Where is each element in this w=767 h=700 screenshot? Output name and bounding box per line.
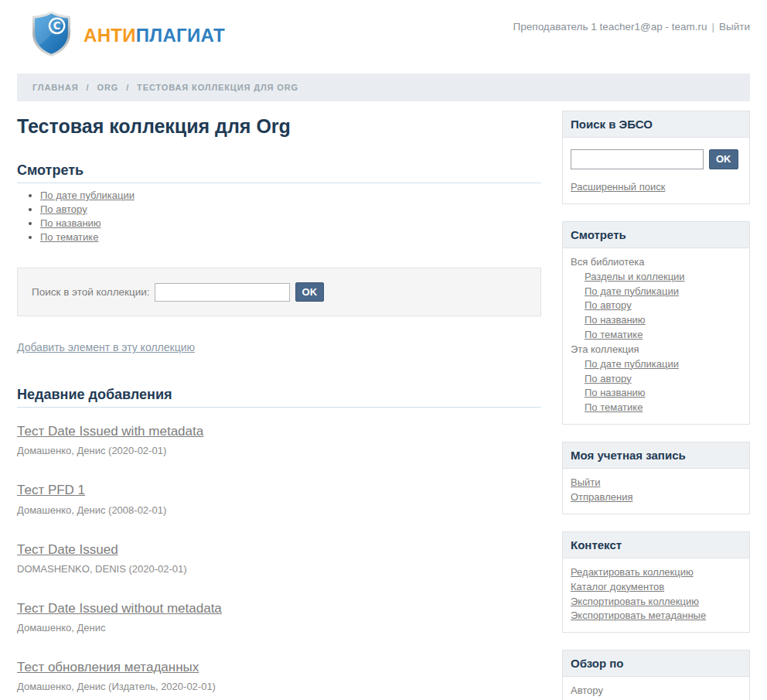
item-meta: Домашенко, Денис (2020-02-01) xyxy=(17,445,541,456)
browse-by-subject-link[interactable]: По тематике xyxy=(40,231,98,243)
sidebar-context-panel: Контекст Редактировать коллекцию Каталог… xyxy=(562,531,750,633)
collection-search-box: Поиск в этой коллекции: OK xyxy=(17,268,541,317)
brand-name: АНТИПЛАГИАТ xyxy=(84,25,225,46)
context-panel-body: Редактировать коллекцию Каталог документ… xyxy=(563,558,749,632)
sidebar-collection-by-title-link[interactable]: По названию xyxy=(585,386,741,401)
logout-link[interactable]: Выйти xyxy=(719,21,750,32)
account-panel-body: Выйти Отправления xyxy=(563,469,749,514)
item-meta: DOMASHENKO, DENIS (2020-02-01) xyxy=(17,563,541,575)
list-item: Тест Date Issued without metadata Домаше… xyxy=(17,600,541,633)
breadcrumb-separator: / xyxy=(126,83,129,92)
export-collection-link[interactable]: Экспортировать коллекцию xyxy=(571,595,741,610)
item-meta: Домашенко, Денис xyxy=(17,622,541,633)
sidebar-collection-by-date-link[interactable]: По дате публикации xyxy=(585,357,741,372)
breadcrumb-current: ТЕСТОВАЯ КОЛЛЕКЦИЯ ДЛЯ ORG xyxy=(137,83,298,92)
context-panel-heading: Контекст xyxy=(563,532,749,558)
list-item: Тест Date Issued with metadata Домашенко… xyxy=(17,423,541,456)
sidebar-library-by-title-link[interactable]: По названию xyxy=(585,313,741,328)
list-item: По тематике xyxy=(40,230,541,244)
shield-copyright-icon: C xyxy=(31,10,72,60)
item-mapper-link[interactable]: Каталог документов xyxy=(571,580,741,595)
user-info: Преподаватель 1 teacher1@ap - team.ru|Вы… xyxy=(513,21,750,32)
sidebar-search-input[interactable] xyxy=(571,149,704,169)
sidebar-library-by-author-link[interactable]: По автору xyxy=(585,299,741,313)
item-title-link[interactable]: Тест PFD 1 xyxy=(17,483,85,497)
sidebar-search-panel: Поиск в ЭБСО OK Расширенный поиск xyxy=(562,111,750,204)
browse-section: Смотреть По дате публикации По автору По… xyxy=(17,162,541,244)
brand-part-anti: АНТИ xyxy=(84,25,136,46)
item-title-link[interactable]: Тест Date Issued without metadata xyxy=(17,601,222,616)
discover-panel-body: Автору Домашенко, Денис (4) DOMASHENKO, … xyxy=(563,677,749,700)
advanced-search-link[interactable]: Расширенный поиск xyxy=(571,180,665,195)
item-meta: Домашенко, Денис (Издатель, 2020-02-01) xyxy=(17,681,541,692)
brand-part-plagiat: ПЛАГИАТ xyxy=(136,25,225,46)
sidebar-browse-body: Вся библиотека Разделы и коллекции По да… xyxy=(563,248,749,424)
browse-by-date-link[interactable]: По дате публикации xyxy=(40,190,135,201)
svg-text:C: C xyxy=(53,20,61,32)
browse-group-links: Разделы и коллекции По дате публикации П… xyxy=(571,270,741,343)
browse-group-links: По дате публикации По автору По названию… xyxy=(571,357,741,415)
account-logout-link[interactable]: Выйти xyxy=(571,476,741,490)
sidebar: Поиск в ЭБСО OK Расширенный поиск Смотре… xyxy=(562,111,750,700)
edit-collection-link[interactable]: Редактировать коллекцию xyxy=(571,565,741,580)
list-item: По названию xyxy=(40,217,541,230)
browse-by-author-link[interactable]: По автору xyxy=(40,203,87,215)
discover-panel-heading: Обзор по xyxy=(563,650,749,677)
list-item: Тест PFD 1 Домашенко, Денис (2008-02-01) xyxy=(17,482,541,515)
add-item-link[interactable]: Добавить элемент в эту коллекцию xyxy=(17,341,195,353)
export-metadata-link[interactable]: Экспортировать метаданные xyxy=(571,609,741,623)
antiplagiat-logo[interactable]: C АНТИПЛАГИАТ xyxy=(31,10,225,60)
browse-list: По дате публикации По автору По названию… xyxy=(17,189,541,244)
breadcrumb-home[interactable]: ГЛАВНАЯ xyxy=(32,83,79,92)
list-item: Тест Date Issued DOMASHENKO, DENIS (2020… xyxy=(17,541,541,575)
item-title-link[interactable]: Тест Date Issued with metadata xyxy=(17,424,203,439)
account-panel-heading: Моя учетная запись xyxy=(563,442,749,469)
sidebar-communities-link[interactable]: Разделы и коллекции xyxy=(585,270,741,285)
list-item: По дате публикации xyxy=(40,189,541,203)
list-item: По автору xyxy=(40,203,541,217)
breadcrumb-separator: / xyxy=(87,83,90,92)
page-title: Тестовая коллекция для Org xyxy=(17,115,541,138)
sidebar-discover-panel: Обзор по Автору Домашенко, Денис (4) DOM… xyxy=(562,650,750,700)
recent-additions-section: Недавние добавления Тест Date Issued wit… xyxy=(17,387,541,691)
sidebar-search-row: OK xyxy=(571,149,741,169)
breadcrumb-org[interactable]: ORG xyxy=(97,83,118,92)
sidebar-search-heading: Поиск в ЭБСО xyxy=(563,111,749,138)
collection-search-input[interactable] xyxy=(155,283,290,302)
list-item: Тест обновления метаданных Домашенко, Де… xyxy=(17,659,541,692)
browse-group-label-library: Вся библиотека xyxy=(571,255,741,270)
sidebar-library-by-date-link[interactable]: По дате публикации xyxy=(585,285,741,299)
item-meta: Домашенко, Денис (2008-02-01) xyxy=(17,504,541,516)
breadcrumb: ГЛАВНАЯ/ORG/ТЕСТОВАЯ КОЛЛЕКЦИЯ ДЛЯ ORG xyxy=(17,73,750,101)
browse-by-title-link[interactable]: По названию xyxy=(40,217,101,229)
collection-search-label: Поиск в этой коллекции: xyxy=(32,286,150,298)
main-column: Тестовая коллекция для Org Смотреть По д… xyxy=(17,111,541,700)
site-header: C АНТИПЛАГИАТ Преподаватель 1 teacher1@a… xyxy=(0,0,767,73)
sidebar-browse-panel: Смотреть Вся библиотека Разделы и коллек… xyxy=(562,221,750,425)
sidebar-search-ok-button[interactable]: OK xyxy=(709,149,738,169)
sidebar-account-panel: Моя учетная запись Выйти Отправления xyxy=(562,442,750,514)
recent-additions-heading: Недавние добавления xyxy=(17,387,541,408)
sidebar-collection-by-author-link[interactable]: По автору xyxy=(585,372,741,387)
user-email-label: Преподаватель 1 teacher1@ap - team.ru xyxy=(513,21,707,32)
discover-group-label-author: Автору xyxy=(571,684,741,698)
browse-group-label-collection: Эта коллекция xyxy=(571,343,741,357)
sidebar-search-body: OK Расширенный поиск xyxy=(563,138,749,203)
item-title-link[interactable]: Тест обновления метаданных xyxy=(17,660,199,674)
account-submissions-link[interactable]: Отправления xyxy=(571,490,741,505)
sidebar-library-by-subject-link[interactable]: По тематике xyxy=(585,328,741,343)
item-title-link[interactable]: Тест Date Issued xyxy=(17,542,118,557)
browse-heading: Смотреть xyxy=(17,162,541,183)
sidebar-collection-by-subject-link[interactable]: По тематике xyxy=(585,401,741,415)
content-area: Тестовая коллекция для Org Смотреть По д… xyxy=(0,101,767,700)
sidebar-browse-heading: Смотреть xyxy=(563,222,749,248)
collection-search-ok-button[interactable]: OK xyxy=(295,282,325,302)
recent-additions-list: Тест Date Issued with metadata Домашенко… xyxy=(17,423,541,691)
user-info-separator: | xyxy=(712,21,715,32)
